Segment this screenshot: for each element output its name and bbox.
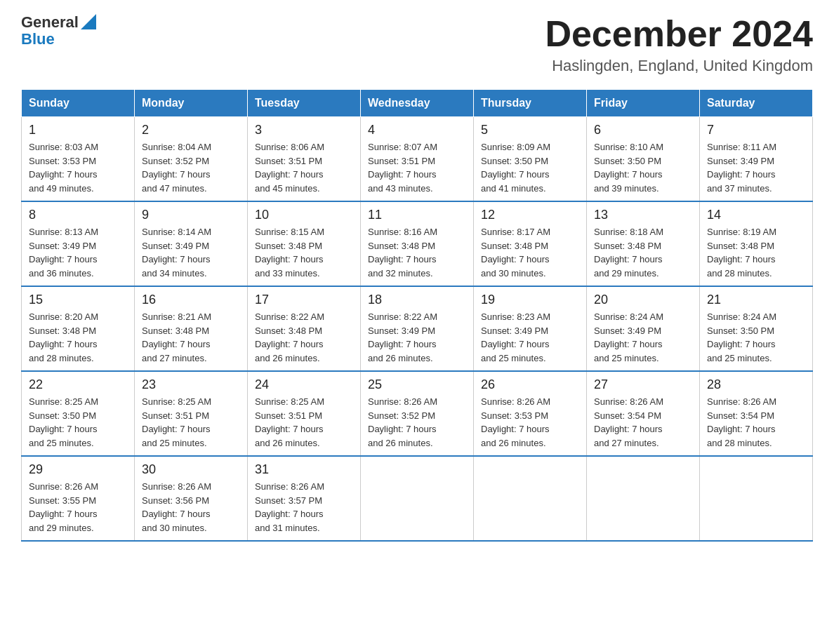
calendar-cell: 14Sunrise: 8:19 AMSunset: 3:48 PMDayligh… [700,201,813,286]
calendar-header-sunday: Sunday [22,90,135,117]
day-number: 6 [594,123,692,137]
calendar-cell: 3Sunrise: 8:06 AMSunset: 3:51 PMDaylight… [248,117,361,202]
calendar-cell: 17Sunrise: 8:22 AMSunset: 3:48 PMDayligh… [248,286,361,371]
day-info: Sunrise: 8:25 AMSunset: 3:50 PMDaylight:… [29,395,127,450]
day-number: 30 [142,462,240,477]
calendar-cell: 20Sunrise: 8:24 AMSunset: 3:49 PMDayligh… [587,286,700,371]
day-number: 5 [481,123,579,137]
day-number: 13 [594,208,692,222]
page-header: General Blue December 2024 Haslingden, E… [21,14,813,75]
day-number: 23 [142,377,240,392]
day-number: 15 [29,293,127,307]
day-number: 22 [29,377,127,392]
day-info: Sunrise: 8:15 AMSunset: 3:48 PMDaylight:… [255,225,353,280]
day-number: 18 [368,293,466,307]
day-number: 7 [707,123,805,137]
calendar-cell: 13Sunrise: 8:18 AMSunset: 3:48 PMDayligh… [587,201,700,286]
day-info: Sunrise: 8:03 AMSunset: 3:53 PMDaylight:… [29,140,127,195]
day-number: 2 [142,123,240,137]
calendar-cell: 6Sunrise: 8:10 AMSunset: 3:50 PMDaylight… [587,117,700,202]
day-info: Sunrise: 8:26 AMSunset: 3:57 PMDaylight:… [255,480,353,535]
day-info: Sunrise: 8:26 AMSunset: 3:53 PMDaylight:… [481,395,579,450]
day-info: Sunrise: 8:26 AMSunset: 3:54 PMDaylight:… [707,395,805,450]
day-number: 1 [29,123,127,137]
day-info: Sunrise: 8:26 AMSunset: 3:52 PMDaylight:… [368,395,466,450]
calendar-cell: 31Sunrise: 8:26 AMSunset: 3:57 PMDayligh… [248,456,361,541]
calendar-cell [587,456,700,541]
day-number: 10 [255,208,353,222]
day-info: Sunrise: 8:10 AMSunset: 3:50 PMDaylight:… [594,140,692,195]
day-info: Sunrise: 8:06 AMSunset: 3:51 PMDaylight:… [255,140,353,195]
day-info: Sunrise: 8:23 AMSunset: 3:49 PMDaylight:… [481,310,579,365]
day-number: 25 [368,377,466,392]
calendar-table: SundayMondayTuesdayWednesdayThursdayFrid… [21,89,813,542]
day-info: Sunrise: 8:22 AMSunset: 3:49 PMDaylight:… [368,310,466,365]
day-number: 29 [29,462,127,477]
calendar-cell: 7Sunrise: 8:11 AMSunset: 3:49 PMDaylight… [700,117,813,202]
day-number: 19 [481,293,579,307]
day-info: Sunrise: 8:26 AMSunset: 3:55 PMDaylight:… [29,480,127,535]
day-number: 26 [481,377,579,392]
calendar-cell: 19Sunrise: 8:23 AMSunset: 3:49 PMDayligh… [474,286,587,371]
svg-marker-0 [81,14,96,29]
calendar-week-row: 1Sunrise: 8:03 AMSunset: 3:53 PMDaylight… [22,117,813,202]
logo-blue: Blue [21,31,96,48]
day-info: Sunrise: 8:07 AMSunset: 3:51 PMDaylight:… [368,140,466,195]
day-info: Sunrise: 8:19 AMSunset: 3:48 PMDaylight:… [707,225,805,280]
calendar-cell: 2Sunrise: 8:04 AMSunset: 3:52 PMDaylight… [135,117,248,202]
day-info: Sunrise: 8:11 AMSunset: 3:49 PMDaylight:… [707,140,805,195]
calendar-cell: 26Sunrise: 8:26 AMSunset: 3:53 PMDayligh… [474,371,587,456]
calendar-cell: 30Sunrise: 8:26 AMSunset: 3:56 PMDayligh… [135,456,248,541]
calendar-cell: 10Sunrise: 8:15 AMSunset: 3:48 PMDayligh… [248,201,361,286]
calendar-header-row: SundayMondayTuesdayWednesdayThursdayFrid… [22,90,813,117]
day-info: Sunrise: 8:20 AMSunset: 3:48 PMDaylight:… [29,310,127,365]
calendar-header-tuesday: Tuesday [248,90,361,117]
calendar-cell: 16Sunrise: 8:21 AMSunset: 3:48 PMDayligh… [135,286,248,371]
calendar-week-row: 15Sunrise: 8:20 AMSunset: 3:48 PMDayligh… [22,286,813,371]
day-info: Sunrise: 8:22 AMSunset: 3:48 PMDaylight:… [255,310,353,365]
calendar-cell: 15Sunrise: 8:20 AMSunset: 3:48 PMDayligh… [22,286,135,371]
day-info: Sunrise: 8:13 AMSunset: 3:49 PMDaylight:… [29,225,127,280]
day-number: 21 [707,293,805,307]
calendar-cell: 11Sunrise: 8:16 AMSunset: 3:48 PMDayligh… [361,201,474,286]
calendar-header-thursday: Thursday [474,90,587,117]
calendar-cell: 8Sunrise: 8:13 AMSunset: 3:49 PMDaylight… [22,201,135,286]
calendar-cell: 29Sunrise: 8:26 AMSunset: 3:55 PMDayligh… [22,456,135,541]
calendar-cell: 4Sunrise: 8:07 AMSunset: 3:51 PMDaylight… [361,117,474,202]
day-number: 28 [707,377,805,392]
calendar-cell: 28Sunrise: 8:26 AMSunset: 3:54 PMDayligh… [700,371,813,456]
day-info: Sunrise: 8:24 AMSunset: 3:50 PMDaylight:… [707,310,805,365]
day-number: 24 [255,377,353,392]
calendar-cell: 24Sunrise: 8:25 AMSunset: 3:51 PMDayligh… [248,371,361,456]
title-section: December 2024 Haslingden, England, Unite… [545,14,813,75]
calendar-week-row: 29Sunrise: 8:26 AMSunset: 3:55 PMDayligh… [22,456,813,541]
day-number: 27 [594,377,692,392]
day-number: 9 [142,208,240,222]
calendar-cell: 22Sunrise: 8:25 AMSunset: 3:50 PMDayligh… [22,371,135,456]
day-number: 11 [368,208,466,222]
day-info: Sunrise: 8:17 AMSunset: 3:48 PMDaylight:… [481,225,579,280]
day-info: Sunrise: 8:26 AMSunset: 3:54 PMDaylight:… [594,395,692,450]
calendar-week-row: 8Sunrise: 8:13 AMSunset: 3:49 PMDaylight… [22,201,813,286]
calendar-cell: 12Sunrise: 8:17 AMSunset: 3:48 PMDayligh… [474,201,587,286]
calendar-header-saturday: Saturday [700,90,813,117]
day-number: 17 [255,293,353,307]
calendar-cell [474,456,587,541]
calendar-cell [700,456,813,541]
calendar-cell: 27Sunrise: 8:26 AMSunset: 3:54 PMDayligh… [587,371,700,456]
day-info: Sunrise: 8:04 AMSunset: 3:52 PMDaylight:… [142,140,240,195]
day-info: Sunrise: 8:24 AMSunset: 3:49 PMDaylight:… [594,310,692,365]
day-number: 16 [142,293,240,307]
month-title: December 2024 [545,14,813,54]
day-info: Sunrise: 8:25 AMSunset: 3:51 PMDaylight:… [142,395,240,450]
calendar-cell: 9Sunrise: 8:14 AMSunset: 3:49 PMDaylight… [135,201,248,286]
calendar-cell: 1Sunrise: 8:03 AMSunset: 3:53 PMDaylight… [22,117,135,202]
day-info: Sunrise: 8:25 AMSunset: 3:51 PMDaylight:… [255,395,353,450]
calendar-header-wednesday: Wednesday [361,90,474,117]
day-number: 14 [707,208,805,222]
day-info: Sunrise: 8:21 AMSunset: 3:48 PMDaylight:… [142,310,240,365]
day-info: Sunrise: 8:26 AMSunset: 3:56 PMDaylight:… [142,480,240,535]
day-number: 20 [594,293,692,307]
calendar-cell [361,456,474,541]
calendar-cell: 5Sunrise: 8:09 AMSunset: 3:50 PMDaylight… [474,117,587,202]
